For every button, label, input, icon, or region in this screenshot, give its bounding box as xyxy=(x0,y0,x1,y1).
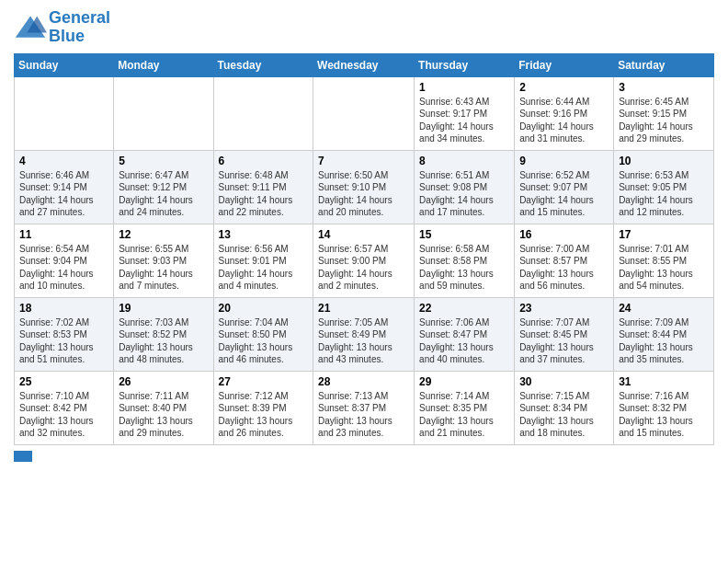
calendar-cell-w4-d1: 18Sunrise: 7:02 AM Sunset: 8:53 PM Dayli… xyxy=(15,297,114,371)
day-header-wednesday: Wednesday xyxy=(313,53,415,76)
calendar-cell-w2-d6: 9Sunrise: 6:52 AM Sunset: 9:07 PM Daylig… xyxy=(515,150,614,224)
day-number: 14 xyxy=(318,228,409,241)
day-number: 17 xyxy=(619,228,709,241)
calendar-cell-w3-d2: 12Sunrise: 6:55 AM Sunset: 9:03 PM Dayli… xyxy=(114,224,213,297)
logo-icon xyxy=(14,14,47,41)
calendar-cell-w3-d4: 14Sunrise: 6:57 AM Sunset: 9:00 PM Dayli… xyxy=(313,224,415,297)
calendar-cell-w1-d2 xyxy=(114,76,213,150)
legend xyxy=(14,451,714,462)
day-number: 19 xyxy=(119,302,208,315)
calendar-cell-w1-d5: 1Sunrise: 6:43 AM Sunset: 9:17 PM Daylig… xyxy=(415,76,515,150)
header: General Blue xyxy=(14,9,714,46)
calendar-cell-w1-d7: 3Sunrise: 6:45 AM Sunset: 9:15 PM Daylig… xyxy=(614,76,714,150)
day-number: 3 xyxy=(619,81,709,94)
day-number: 31 xyxy=(619,375,709,388)
day-number: 22 xyxy=(419,302,509,315)
day-info: Sunrise: 7:05 AM Sunset: 8:49 PM Dayligh… xyxy=(318,316,409,366)
day-info: Sunrise: 7:06 AM Sunset: 8:47 PM Dayligh… xyxy=(419,316,509,366)
calendar-cell-w4-d7: 24Sunrise: 7:09 AM Sunset: 8:44 PM Dayli… xyxy=(614,297,714,371)
day-info: Sunrise: 6:54 AM Sunset: 9:04 PM Dayligh… xyxy=(19,243,108,293)
day-info: Sunrise: 6:58 AM Sunset: 8:58 PM Dayligh… xyxy=(419,243,509,293)
day-number: 13 xyxy=(219,228,309,241)
day-number: 18 xyxy=(19,302,108,315)
week-row-2: 4Sunrise: 6:46 AM Sunset: 9:14 PM Daylig… xyxy=(15,150,714,224)
day-info: Sunrise: 7:04 AM Sunset: 8:50 PM Dayligh… xyxy=(219,316,309,366)
calendar-cell-w4-d5: 22Sunrise: 7:06 AM Sunset: 8:47 PM Dayli… xyxy=(415,297,515,371)
day-number: 24 xyxy=(619,302,709,315)
calendar-cell-w1-d3 xyxy=(213,76,313,150)
calendar-cell-w2-d7: 10Sunrise: 6:53 AM Sunset: 9:05 PM Dayli… xyxy=(614,150,714,224)
day-info: Sunrise: 6:44 AM Sunset: 9:16 PM Dayligh… xyxy=(519,96,609,145)
day-info: Sunrise: 6:57 AM Sunset: 9:00 PM Dayligh… xyxy=(318,243,409,293)
day-info: Sunrise: 7:07 AM Sunset: 8:45 PM Dayligh… xyxy=(519,316,609,366)
calendar-cell-w1-d6: 2Sunrise: 6:44 AM Sunset: 9:16 PM Daylig… xyxy=(515,76,614,150)
week-row-5: 25Sunrise: 7:10 AM Sunset: 8:42 PM Dayli… xyxy=(15,371,714,444)
day-number: 2 xyxy=(519,81,609,94)
day-info: Sunrise: 6:43 AM Sunset: 9:17 PM Dayligh… xyxy=(419,96,509,145)
logo-text: General Blue xyxy=(49,9,110,46)
calendar-cell-w3-d3: 13Sunrise: 6:56 AM Sunset: 9:01 PM Dayli… xyxy=(213,224,313,297)
day-number: 10 xyxy=(619,155,709,167)
day-info: Sunrise: 7:15 AM Sunset: 8:34 PM Dayligh… xyxy=(519,390,609,440)
logo-blue: Blue xyxy=(49,27,85,45)
calendar-cell-w5-d4: 28Sunrise: 7:13 AM Sunset: 8:37 PM Dayli… xyxy=(313,371,415,444)
day-info: Sunrise: 7:11 AM Sunset: 8:40 PM Dayligh… xyxy=(119,390,208,440)
day-header-saturday: Saturday xyxy=(614,53,714,76)
calendar-cell-w4-d4: 21Sunrise: 7:05 AM Sunset: 8:49 PM Dayli… xyxy=(313,297,415,371)
calendar-cell-w5-d2: 26Sunrise: 7:11 AM Sunset: 8:40 PM Dayli… xyxy=(114,371,213,444)
calendar-cell-w1-d1 xyxy=(15,76,114,150)
day-number: 27 xyxy=(219,375,309,388)
day-number: 21 xyxy=(318,302,409,315)
day-number: 4 xyxy=(19,155,108,167)
day-info: Sunrise: 6:50 AM Sunset: 9:10 PM Dayligh… xyxy=(318,169,409,219)
day-header-tuesday: Tuesday xyxy=(213,53,313,76)
calendar-cell-w5-d1: 25Sunrise: 7:10 AM Sunset: 8:42 PM Dayli… xyxy=(15,371,114,444)
day-info: Sunrise: 7:12 AM Sunset: 8:39 PM Dayligh… xyxy=(219,390,309,440)
day-number: 26 xyxy=(119,375,208,388)
day-info: Sunrise: 7:01 AM Sunset: 8:55 PM Dayligh… xyxy=(619,243,709,293)
calendar-cell-w4-d6: 23Sunrise: 7:07 AM Sunset: 8:45 PM Dayli… xyxy=(515,297,614,371)
calendar-cell-w2-d2: 5Sunrise: 6:47 AM Sunset: 9:12 PM Daylig… xyxy=(114,150,213,224)
day-number: 29 xyxy=(419,375,509,388)
day-info: Sunrise: 6:47 AM Sunset: 9:12 PM Dayligh… xyxy=(119,169,208,219)
day-info: Sunrise: 7:14 AM Sunset: 8:35 PM Dayligh… xyxy=(419,390,509,440)
day-number: 8 xyxy=(419,155,509,167)
calendar-table: Sunday Monday Tuesday Wednesday Thursday… xyxy=(14,53,714,445)
calendar-cell-w2-d5: 8Sunrise: 6:51 AM Sunset: 9:08 PM Daylig… xyxy=(415,150,515,224)
calendar-cell-w3-d6: 16Sunrise: 7:00 AM Sunset: 8:57 PM Dayli… xyxy=(515,224,614,297)
day-number: 15 xyxy=(419,228,509,241)
day-number: 6 xyxy=(219,155,309,167)
week-row-3: 11Sunrise: 6:54 AM Sunset: 9:04 PM Dayli… xyxy=(15,224,714,297)
day-number: 11 xyxy=(19,228,108,241)
day-number: 7 xyxy=(318,155,409,167)
day-info: Sunrise: 7:00 AM Sunset: 8:57 PM Dayligh… xyxy=(519,243,609,293)
day-number: 30 xyxy=(519,375,609,388)
calendar-cell-w5-d3: 27Sunrise: 7:12 AM Sunset: 8:39 PM Dayli… xyxy=(213,371,313,444)
day-header-thursday: Thursday xyxy=(415,53,515,76)
day-info: Sunrise: 6:48 AM Sunset: 9:11 PM Dayligh… xyxy=(219,169,309,219)
day-header-monday: Monday xyxy=(114,53,213,76)
day-number: 23 xyxy=(519,302,609,315)
day-number: 12 xyxy=(119,228,208,241)
calendar-cell-w4-d3: 20Sunrise: 7:04 AM Sunset: 8:50 PM Dayli… xyxy=(213,297,313,371)
day-number: 25 xyxy=(19,375,108,388)
logo-general: General xyxy=(49,8,110,27)
day-info: Sunrise: 6:53 AM Sunset: 9:05 PM Dayligh… xyxy=(619,169,709,219)
day-info: Sunrise: 7:02 AM Sunset: 8:53 PM Dayligh… xyxy=(19,316,108,366)
days-row: Sunday Monday Tuesday Wednesday Thursday… xyxy=(15,53,714,76)
calendar-cell-w5-d7: 31Sunrise: 7:16 AM Sunset: 8:32 PM Dayli… xyxy=(614,371,714,444)
day-info: Sunrise: 6:51 AM Sunset: 9:08 PM Dayligh… xyxy=(419,169,509,219)
calendar-cell-w5-d6: 30Sunrise: 7:15 AM Sunset: 8:34 PM Dayli… xyxy=(515,371,614,444)
calendar-cell-w3-d1: 11Sunrise: 6:54 AM Sunset: 9:04 PM Dayli… xyxy=(15,224,114,297)
calendar-cell-w5-d5: 29Sunrise: 7:14 AM Sunset: 8:35 PM Dayli… xyxy=(415,371,515,444)
day-number: 9 xyxy=(519,155,609,167)
day-info: Sunrise: 7:13 AM Sunset: 8:37 PM Dayligh… xyxy=(318,390,409,440)
day-info: Sunrise: 6:52 AM Sunset: 9:07 PM Dayligh… xyxy=(519,169,609,219)
calendar-cell-w2-d3: 6Sunrise: 6:48 AM Sunset: 9:11 PM Daylig… xyxy=(213,150,313,224)
day-info: Sunrise: 7:03 AM Sunset: 8:52 PM Dayligh… xyxy=(119,316,208,366)
day-info: Sunrise: 7:10 AM Sunset: 8:42 PM Dayligh… xyxy=(19,390,108,440)
day-info: Sunrise: 6:45 AM Sunset: 9:15 PM Dayligh… xyxy=(619,96,709,145)
calendar-cell-w3-d7: 17Sunrise: 7:01 AM Sunset: 8:55 PM Dayli… xyxy=(614,224,714,297)
day-number: 20 xyxy=(219,302,309,315)
day-header-friday: Friday xyxy=(515,53,614,76)
